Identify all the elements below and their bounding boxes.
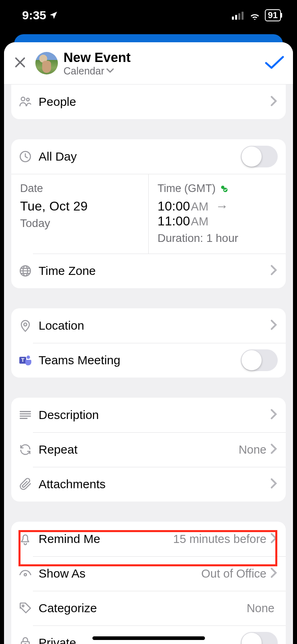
svg-point-4: [21, 97, 25, 101]
time-value: 10:00AM → 11:00AM: [158, 199, 277, 229]
description-label: Description: [39, 408, 99, 422]
svg-rect-1: [235, 15, 237, 20]
eye-icon: [18, 567, 32, 580]
repeat-value: None: [239, 443, 266, 456]
cellular-icon: [232, 11, 245, 20]
time-label: Time (GMT): [158, 182, 215, 195]
categorize-row[interactable]: Categorize None: [11, 591, 286, 625]
people-card: People: [11, 85, 286, 119]
chevron-right-icon: [270, 443, 278, 454]
svg-rect-3: [242, 12, 244, 20]
date-value: Tue, Oct 29: [20, 199, 139, 214]
private-toggle[interactable]: [241, 632, 278, 644]
duration-value: Duration: 1 hour: [158, 232, 277, 245]
confirm-button[interactable]: [265, 55, 284, 72]
time-column[interactable]: Time (GMT) 10:00AM → 11:00AM Duration: 1…: [148, 174, 286, 254]
remind-me-value: 15 minutes before: [173, 533, 266, 546]
calendar-picker[interactable]: Calendar: [63, 65, 265, 77]
globe-icon: [18, 264, 32, 278]
svg-point-14: [27, 355, 30, 359]
sheet-header: New Event Calendar: [4, 42, 293, 85]
timezone-row[interactable]: Time Zone: [11, 254, 286, 288]
categorize-label: Categorize: [39, 601, 97, 615]
sheet-title: New Event: [63, 50, 265, 65]
svg-point-5: [27, 98, 29, 101]
tag-icon: [18, 601, 32, 615]
close-icon: [13, 55, 27, 70]
new-event-sheet: New Event Calendar People: [4, 42, 293, 644]
chevron-right-icon: [270, 95, 278, 107]
attachments-label: Attachments: [39, 477, 106, 491]
repeat-icon: [18, 443, 32, 456]
details-card: Description Repeat None Attachments: [11, 398, 286, 502]
avatar: [35, 52, 58, 74]
status-time: 9:35: [22, 8, 46, 22]
all-day-label: All Day: [39, 150, 77, 163]
status-bar: 9:35 91: [0, 0, 297, 30]
svg-point-15: [24, 574, 27, 576]
svg-rect-0: [232, 17, 234, 20]
calendar-name: Calendar: [63, 65, 104, 77]
home-indicator[interactable]: [92, 636, 205, 640]
close-button[interactable]: [11, 55, 29, 71]
datetime-section: Date Tue, Oct 29 Today Time (GMT) 10:00A…: [11, 174, 286, 254]
checkmark-icon: [265, 55, 284, 70]
attachment-icon: [18, 477, 32, 491]
show-as-label: Show As: [39, 567, 86, 580]
repeat-row[interactable]: Repeat None: [11, 432, 286, 467]
attachments-row[interactable]: Attachments: [11, 467, 286, 502]
people-row[interactable]: People: [11, 85, 286, 119]
teams-meeting-label: Teams Meeting: [39, 353, 120, 367]
options-card: Remind Me 15 minutes before Show As Out …: [11, 522, 286, 644]
location-card: Location T Teams Meeting: [11, 308, 286, 378]
location-row[interactable]: Location: [11, 308, 286, 343]
clock-icon: [18, 150, 32, 163]
location-label: Location: [39, 319, 84, 332]
timezone-label: Time Zone: [39, 264, 96, 278]
chevron-down-icon: [107, 68, 114, 73]
svg-text:T: T: [21, 357, 25, 363]
categorize-value: None: [247, 602, 274, 615]
description-icon: [18, 408, 32, 422]
chevron-right-icon: [270, 409, 278, 420]
availability-ok-icon: [219, 184, 228, 193]
people-label: People: [39, 95, 76, 109]
bell-icon: [18, 532, 32, 546]
wifi-icon: [249, 11, 261, 20]
all-day-row[interactable]: All Day: [11, 139, 286, 174]
repeat-label: Repeat: [39, 443, 78, 456]
private-row[interactable]: Private: [11, 625, 286, 644]
teams-meeting-toggle[interactable]: [241, 349, 278, 371]
date-label: Date: [20, 182, 139, 195]
svg-point-16: [22, 605, 24, 607]
teams-meeting-row[interactable]: T Teams Meeting: [11, 343, 286, 378]
private-label: Private: [39, 636, 76, 644]
people-icon: [18, 95, 32, 109]
show-as-row[interactable]: Show As Out of Office: [11, 556, 286, 591]
lock-icon: [18, 636, 32, 644]
svg-point-11: [24, 323, 27, 326]
datetime-card: All Day Date Tue, Oct 29 Today Time (GMT…: [11, 139, 286, 288]
all-day-toggle[interactable]: [241, 146, 278, 167]
chevron-right-icon: [270, 319, 278, 330]
chevron-right-icon: [270, 533, 278, 544]
chevron-right-icon: [270, 478, 278, 489]
svg-rect-2: [238, 13, 240, 20]
date-sub: Today: [20, 217, 139, 230]
remind-me-row[interactable]: Remind Me 15 minutes before: [11, 522, 286, 556]
chevron-right-icon: [270, 264, 278, 276]
description-row[interactable]: Description: [11, 398, 286, 432]
location-pin-icon: [18, 319, 32, 332]
teams-icon: T: [18, 353, 32, 367]
remind-me-label: Remind Me: [39, 532, 100, 546]
location-services-icon: [49, 10, 58, 20]
show-as-value: Out of Office: [201, 567, 266, 580]
battery-indicator: 91: [265, 9, 281, 21]
date-column[interactable]: Date Tue, Oct 29 Today: [11, 174, 148, 254]
chevron-right-icon: [270, 567, 278, 578]
